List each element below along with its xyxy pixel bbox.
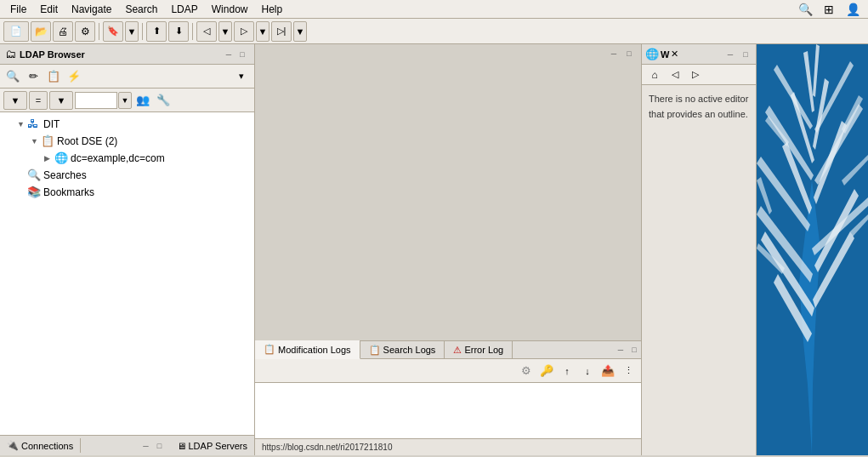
log-minimize-btn[interactable]: ─ [614,343,627,357]
filter-input-dropdown-btn[interactable]: ▼ [118,92,132,109]
log-content[interactable] [255,383,641,438]
center-panel: ─ □ 📋 Modification Logs 📋 Search Logs ⚠ … [255,44,642,455]
last-icon: ▷| [277,26,286,37]
ldap-copy-btn[interactable]: 📋 [44,67,63,86]
log-down-btn[interactable]: ↓ [578,362,597,380]
ldap-schema-btn[interactable]: 👥 [133,91,152,110]
filter-dropdown-btn[interactable]: ▼ [3,91,27,110]
nav-last-btn[interactable]: ▷| [271,21,292,42]
editor-area[interactable]: ─ □ [255,44,641,340]
ldap-browser-panel: 🗂 LDAP Browser ─ □ 🔍 ✏ 📋 ⚡ ▾ [0,44,255,455]
log-copy-btn[interactable]: 🔑 [537,362,556,380]
searches-icon: 🔍 [27,169,41,182]
ldap-tree: ▼ 🖧 DIT ▼ 📋 Root DSE (2) ▶ 🌐 dc=example,… [0,112,254,435]
menu-edit[interactable]: Edit [33,2,65,17]
root-dse-arrow[interactable]: ▼ [31,137,41,146]
search-logs-tab[interactable]: 📋 Search Logs [360,340,445,359]
tree-item-bookmarks[interactable]: ▶ 📚 Bookmarks [0,184,254,201]
error-log-icon: ⚠ [453,345,462,356]
log-maximize-btn[interactable]: □ [627,343,641,357]
ldap-new-btn[interactable]: 🔍 [3,67,22,86]
error-log-tab[interactable]: ⚠ Error Log [445,340,513,359]
fwd-icon: ▷ [241,26,247,37]
mod-logs-icon: 📋 [264,344,275,355]
main-layout: 🗂 LDAP Browser ─ □ 🔍 ✏ 📋 ⚡ ▾ [0,44,868,455]
bookmark-add-btn[interactable]: 🔖 [103,21,123,42]
nav-prev-icon: ⬆ [153,26,161,37]
log-up-btn[interactable]: ↑ [558,362,576,380]
outline-maximize-btn[interactable]: □ [739,48,752,61]
perspective-btn[interactable]: ⊞ [817,0,841,19]
maximize-bottom-btn[interactable]: □ [153,439,167,453]
editor-maximize-btn[interactable]: □ [622,47,636,60]
outline-header: 🌐 W ✕ ─ □ [642,44,756,65]
outline-close-icon[interactable]: ✕ [671,49,678,60]
filter2-dropdown-btn[interactable]: ▼ [49,91,73,110]
nav-fwd-btn[interactable]: ▷ [234,21,254,42]
modification-logs-tab[interactable]: 📋 Modification Logs [255,340,360,359]
dit-arrow[interactable]: ▼ [17,120,27,129]
bookmarks-label: Bookmarks [43,186,94,198]
tree-item-root-dse[interactable]: ▼ 📋 Root DSE (2) [0,133,254,150]
filter-text-input[interactable] [75,92,117,109]
filter2-btn[interactable]: ▼ [49,91,73,110]
tree-item-dit[interactable]: ▼ 🖧 DIT [0,116,254,133]
log-clear-btn[interactable]: ⚙ [517,362,536,380]
nav-prev2-btn[interactable]: ⬇ [168,21,189,42]
text-input-area[interactable]: ▼ [75,92,132,109]
ldap-tools-btn[interactable]: 🔧 [154,91,173,110]
open-btn[interactable]: 📂 [31,21,51,42]
settings-btn[interactable]: ⚙ [75,21,95,42]
nav-fwd-dropdown-btn[interactable]: ▼ [256,21,269,42]
outline-text: There is no active editor that provides … [649,94,748,119]
root-dse-label: Root DSE (2) [57,135,117,147]
main-toolbar: 📄 📂 🖨 ⚙ 🔖 ▼ ⬆ ⬇ ◁ ▼ ▷ ▼ ▷| ▼ [0,19,868,44]
nav-back-dropdown-btn[interactable]: ▼ [218,21,232,42]
tree-item-searches[interactable]: ▶ 🔍 Searches [0,167,254,184]
nav-last-dropdown-btn[interactable]: ▼ [293,21,307,42]
profile-btn[interactable]: 👤 [841,0,865,19]
menu-file[interactable]: File [3,2,33,17]
editor-minimize-btn[interactable]: ─ [607,47,621,60]
outline-fwd-btn[interactable]: ▷ [686,66,705,84]
ldap-servers-tab[interactable]: 🖥 LDAP Servers [170,439,255,453]
dc-arrow[interactable]: ▶ [44,154,54,163]
nav-back-btn[interactable]: ◁ [196,21,217,42]
print-btn[interactable]: 🖨 [53,21,73,42]
ldap-edit-btn[interactable]: ✏ [24,67,43,86]
search-toolbar-btn[interactable]: 🔍 [793,0,817,19]
mod-logs-label: Modification Logs [278,345,351,355]
equals-btn[interactable]: = [29,91,48,110]
menu-search[interactable]: Search [118,2,164,17]
tree-item-dc-example[interactable]: ▶ 🌐 dc=example,dc=com [0,150,254,167]
log-export-btn[interactable]: 📤 [599,362,617,380]
menu-ldap[interactable]: LDAP [164,2,204,17]
bookmark-dropdown-btn[interactable]: ▼ [125,21,139,42]
outline-content: There is no active editor that provides … [642,85,756,455]
menu-window[interactable]: Window [205,2,255,17]
ldap-connect-btn[interactable]: ⚡ [65,67,83,86]
menubar: File Edit Navigate Search LDAP Window He… [0,0,868,19]
minimize-bottom-btn[interactable]: ─ [139,439,153,453]
outline-back-btn[interactable]: ◁ [666,66,684,84]
menu-help[interactable]: Help [254,2,289,17]
toolbar-sep1 [99,23,99,40]
dit-icon: 🖧 [27,117,41,131]
outline-minimize-btn[interactable]: ─ [723,48,737,61]
ldap-panel-menu-btn[interactable]: ▾ [232,67,251,86]
new-btn[interactable]: 📄 [3,21,29,42]
tree-decoration-svg [757,44,868,455]
ldap-browser-icon: 🗂 [5,48,16,60]
minimize-ldap-btn[interactable]: ─ [222,48,235,61]
connections-tab[interactable]: 🔌 Connections [0,438,81,453]
outline-home-btn[interactable]: ⌂ [645,66,664,84]
nav-prev-btn[interactable]: ⬆ [146,21,167,42]
filter-btn[interactable]: ▼ [3,91,27,110]
ldap-bottom-tabs: 🔌 Connections ─ □ 🖥 LDAP Servers [0,435,254,455]
ldap-connect-icon: ⚡ [67,70,81,83]
maximize-ldap-btn[interactable]: □ [235,48,249,61]
dit-label: DIT [43,118,60,130]
log-menu-icon: ⋮ [624,365,633,376]
menu-navigate[interactable]: Navigate [65,2,118,17]
log-menu-btn[interactable]: ⋮ [619,362,638,380]
